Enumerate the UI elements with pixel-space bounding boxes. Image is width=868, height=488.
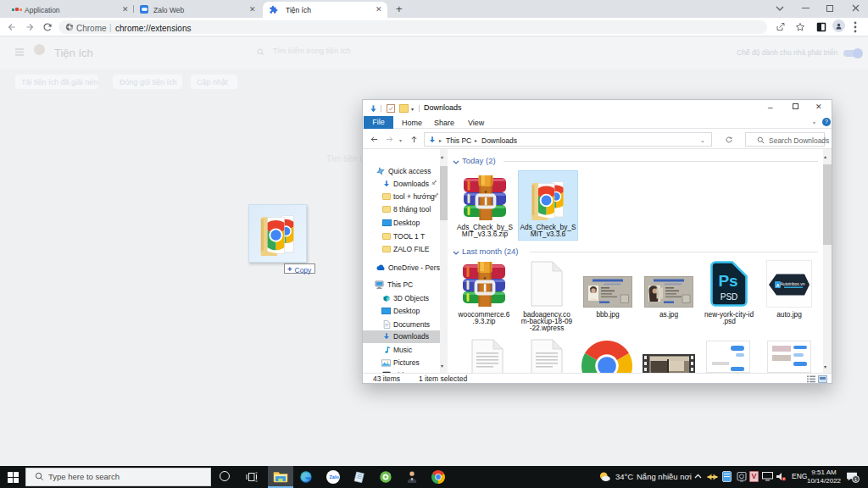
svg-text:Autoinbox.vn: Autoinbox.vn [781, 281, 805, 286]
svg-text:Ps: Ps [718, 272, 737, 290]
svg-text:PSD: PSD [721, 292, 738, 302]
svg-text:A: A [776, 283, 780, 288]
